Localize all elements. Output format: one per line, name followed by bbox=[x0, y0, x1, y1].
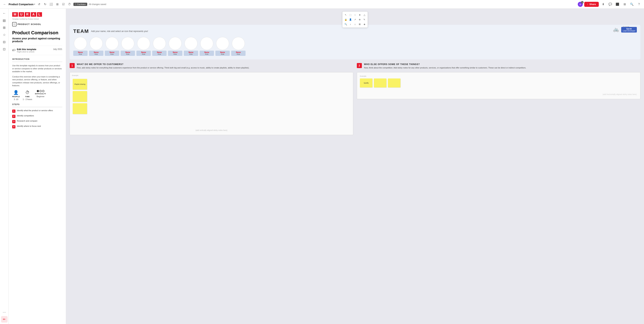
intro-divider bbox=[12, 62, 62, 62]
dot-2 bbox=[40, 90, 42, 92]
saved-status: All changes saved bbox=[89, 3, 106, 6]
team-member: Name Role bbox=[184, 37, 198, 56]
sidebar-comments-icon[interactable]: ⋯ bbox=[1, 309, 8, 315]
topbar-right: U 1 Share ⬇ 💬 ⬛ ⊞ 🔍 ? bbox=[578, 2, 642, 7]
toolbar-star[interactable]: ★ bbox=[358, 13, 362, 17]
canvas-content: 🚲 Example: Sarah Lead Developer TEAM Add… bbox=[66, 9, 644, 324]
redo-icon[interactable]: ↻ bbox=[42, 2, 48, 7]
section1-num: 1 bbox=[70, 63, 75, 68]
right-sticky-1[interactable]: Spotify bbox=[360, 79, 372, 88]
stat-people: 👤 PEOPLE 3 -10 bbox=[12, 90, 20, 100]
undo-icon[interactable]: ↺ bbox=[36, 2, 42, 7]
example-name: Sarah bbox=[623, 28, 636, 30]
member-card[interactable]: Name Role bbox=[216, 51, 230, 56]
checklist-icon[interactable]: ☑ bbox=[61, 2, 66, 7]
team-member: Name Role bbox=[136, 37, 151, 56]
toolbar-select[interactable]: ⬚ bbox=[348, 13, 352, 17]
frame-icon[interactable]: ⬜ bbox=[49, 2, 54, 7]
topbar: ← Product Comparison ▾ ↺ ↻ ⬜ ⊞ ☑ ⏱ Facil… bbox=[0, 0, 644, 9]
member-avatar bbox=[90, 37, 103, 50]
search-icon[interactable]: 🔍 bbox=[629, 2, 635, 7]
toolbar-plus[interactable]: ⊕ bbox=[358, 18, 362, 22]
reactions-icon[interactable]: ⬛ bbox=[614, 2, 620, 7]
member-card[interactable]: Name Role bbox=[120, 51, 135, 56]
member-card[interactable]: Name Role bbox=[168, 51, 182, 56]
facilitator-badge[interactable]: Facilitator bbox=[74, 3, 87, 6]
sticky-row-2 bbox=[73, 91, 350, 102]
help-icon[interactable]: ? bbox=[636, 2, 642, 7]
team-member: Name Role bbox=[120, 37, 135, 56]
toolbar-home[interactable]: ⌂ bbox=[353, 22, 357, 27]
toolbar-lock[interactable]: 🔒 bbox=[344, 18, 348, 22]
template-icon[interactable]: ⊞ bbox=[55, 2, 60, 7]
member-card[interactable]: Name Role bbox=[105, 51, 119, 56]
timer-icon[interactable]: ⏱ bbox=[67, 2, 72, 7]
document-title[interactable]: Product Comparison ▾ bbox=[8, 3, 35, 6]
toolbar-cursor[interactable]: ↖ bbox=[344, 13, 348, 17]
toolbar-triangle[interactable]: △ bbox=[362, 13, 366, 17]
member-card[interactable]: Name Role bbox=[152, 51, 166, 56]
member-name: Name bbox=[154, 51, 165, 53]
step-text-4: Identify where to focus next bbox=[17, 125, 41, 127]
mural-logo: M U R A L bbox=[12, 12, 62, 17]
team-header: TEAM Add your name, role and select an i… bbox=[73, 28, 637, 34]
member-card[interactable]: Name Role bbox=[200, 51, 214, 56]
member-name: Name bbox=[106, 51, 118, 53]
section2-sticky-area[interactable]: Example: Spotify (add horizontally align… bbox=[357, 72, 640, 99]
sidebar-integration-icon[interactable]: ⊡ bbox=[1, 46, 8, 53]
toolbar-pen2[interactable]: ✎ bbox=[362, 18, 366, 22]
time-label: TIME bbox=[25, 96, 30, 98]
toolbar-diamond[interactable]: ◈ bbox=[362, 22, 366, 27]
member-card[interactable]: Name Role bbox=[136, 51, 151, 56]
right-sticky-3[interactable] bbox=[388, 79, 400, 88]
sticky-note-2[interactable] bbox=[73, 91, 87, 102]
sidebar-pen-icon[interactable]: ✏ bbox=[1, 316, 8, 322]
member-avatar bbox=[153, 37, 166, 50]
section1-sticky-area[interactable]: Example: Playlist sharing bbox=[70, 72, 353, 135]
intro-title: INTRODUCTION bbox=[12, 58, 62, 60]
table-icon[interactable]: ⊞ bbox=[622, 2, 628, 7]
toolbar-circle[interactable]: ○ bbox=[353, 13, 357, 17]
toolbar-search2[interactable]: 🔍 bbox=[344, 22, 348, 27]
toolbar-box[interactable]: ⊠ bbox=[358, 22, 362, 27]
certified-text: Template Certified by Product School bbox=[12, 18, 62, 20]
section2-text: WHO ELSE OFFERS SOME OF THESE THINGS? No… bbox=[364, 63, 526, 69]
topbar-actions: ↺ ↻ ⬜ ⊞ ☑ ⏱ bbox=[36, 2, 72, 7]
share-button[interactable]: Share bbox=[584, 2, 599, 7]
step-text-1: Identify what the product or service off… bbox=[17, 109, 53, 112]
sidebar-sticky-icon[interactable]: ▤ bbox=[1, 17, 8, 24]
comment-icon[interactable]: 💬 bbox=[608, 2, 613, 7]
download-icon[interactable]: ⬇ bbox=[600, 2, 606, 7]
canvas-area[interactable]: ↖ ⬚ ○ ★ △ 🔒 👤 ↗ ⊕ ✎ 🔍 ♪ ⌂ ⊠ ◈ 🚲 Example: bbox=[66, 9, 644, 324]
member-name: Name bbox=[201, 51, 212, 53]
section1-col: 1 WHAT DO WE OFFER TO CUSTOMERS? First, … bbox=[70, 63, 353, 135]
member-card[interactable]: Name Role bbox=[89, 51, 104, 56]
avatar: U 1 bbox=[578, 2, 583, 7]
member-card[interactable]: Name Role bbox=[73, 51, 88, 56]
logo-u: U bbox=[19, 12, 24, 17]
example-card: Sarah Lead Developer bbox=[621, 27, 637, 33]
member-role: Role bbox=[138, 53, 149, 55]
sidebar-grid-icon[interactable]: ⊟ bbox=[1, 39, 8, 45]
lock-row: 🏷 Edit this template Right-click to unlo… bbox=[12, 46, 62, 55]
sticky-note-1[interactable]: Playlist sharing bbox=[73, 79, 87, 90]
section2-heading: WHO ELSE OFFERS SOME OF THESE THINGS? bbox=[364, 63, 526, 66]
sidebar-back-icon[interactable]: ← bbox=[1, 10, 8, 17]
right-sticky-2[interactable] bbox=[374, 79, 386, 88]
back-nav-icon[interactable]: ← bbox=[2, 2, 7, 7]
difficulty-value: Beginner bbox=[36, 95, 44, 98]
member-card[interactable]: Name Role bbox=[231, 51, 246, 56]
sidebar-layers-icon[interactable]: ⊞ bbox=[1, 25, 8, 31]
section1-header: 1 WHAT DO WE OFFER TO CUSTOMERS? First, … bbox=[70, 63, 353, 69]
member-name: Name bbox=[75, 51, 86, 53]
toolbar-arrow[interactable]: ↗ bbox=[353, 18, 357, 22]
member-card[interactable]: Name Role bbox=[184, 51, 198, 56]
toolbar-music[interactable]: ♪ bbox=[348, 22, 352, 27]
user-presence: U 1 bbox=[578, 2, 583, 7]
step-text-3: Research and compare bbox=[17, 120, 37, 122]
sidebar-star-icon[interactable]: ☆ bbox=[1, 32, 8, 38]
sticky-note-3[interactable] bbox=[73, 103, 87, 114]
product-school-icon: 🛡 bbox=[12, 22, 16, 27]
team-member: Name Role bbox=[105, 37, 119, 56]
toolbar-person[interactable]: 👤 bbox=[348, 18, 352, 22]
